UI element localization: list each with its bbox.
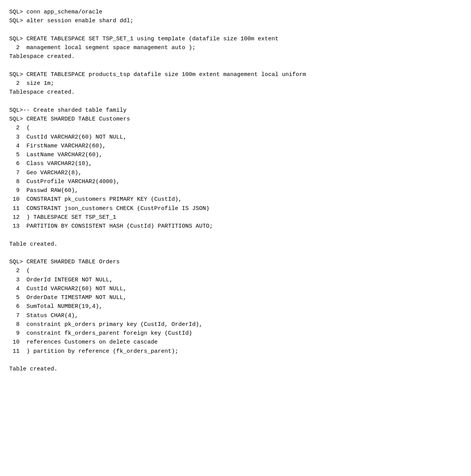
terminal-output: SQL> conn app_schema/oracle SQL> alter s… <box>9 8 462 374</box>
